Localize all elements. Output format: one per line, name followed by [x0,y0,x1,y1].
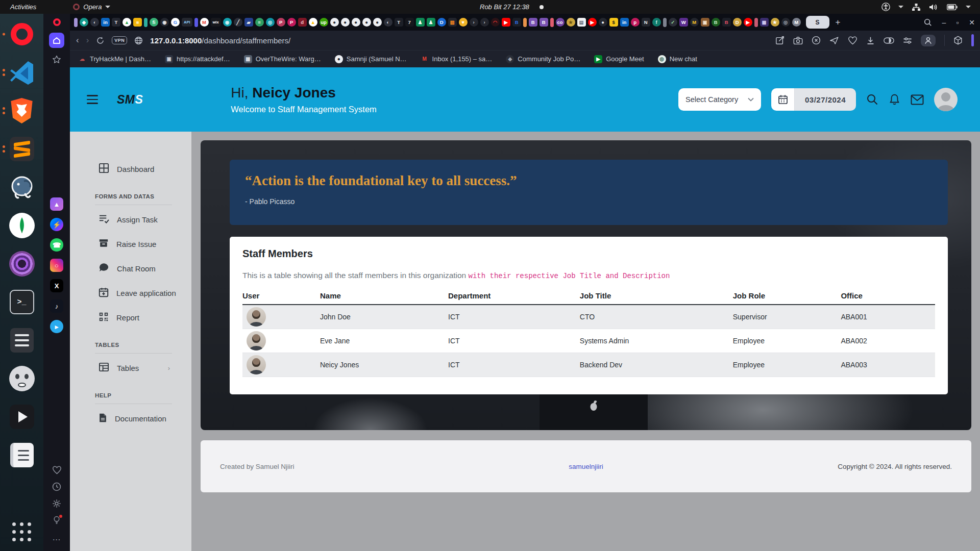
whats-new-button[interactable] [53,516,61,527]
telegram-icon[interactable]: ▸ [50,320,63,333]
sidebar-more-button[interactable]: ⋯ [53,535,61,544]
browser-tab[interactable]: ● [330,18,339,27]
downloads-icon[interactable] [866,36,875,45]
browser-tab[interactable]: API [182,18,192,27]
browser-tab[interactable]: P [277,18,285,27]
browser-tab[interactable]: ✓ [669,18,677,27]
bookmark-item[interactable]: ▶Google Meet [594,55,644,63]
browser-tab[interactable]: ◎ [266,18,275,27]
browser-tab[interactable]: G [171,18,180,27]
browser-tab[interactable]: M [200,18,209,27]
search-button[interactable] [866,93,878,106]
browser-tab[interactable]: up [320,18,328,27]
x-icon[interactable]: X [50,279,63,292]
browser-tab[interactable]: f [652,18,661,27]
browser-tab[interactable]: d [298,18,307,27]
browser-tab[interactable]: ♥ [459,18,468,27]
sidebar-item-documentation[interactable]: Documentation [70,406,191,431]
browser-tab[interactable]: ▰ [244,18,253,27]
system-status-area[interactable] [881,3,975,11]
bookmark-item[interactable]: ◆Community Job Po… [506,55,580,63]
send-to-device-icon[interactable] [829,36,839,45]
tor-icon[interactable] [7,249,37,278]
sidebar-item-tables[interactable]: Tables› [70,356,191,380]
favorites-heart-icon[interactable] [848,36,857,45]
browser-tab[interactable]: ◐ [384,18,393,27]
vpn-badge[interactable]: VPN [112,36,127,44]
browser-tab[interactable]: $ [609,18,618,27]
vscode-icon[interactable] [7,58,37,87]
music-icon[interactable]: ♪ [50,299,63,313]
brave-icon[interactable] [7,96,37,125]
browser-tab[interactable]: D [733,18,742,27]
browser-tab[interactable]: ▥ [448,18,457,27]
appflowy-icon[interactable]: ▲ [50,197,63,211]
postgresql-icon[interactable] [7,173,37,202]
sidebar-item-dashboard[interactable]: Dashboard [70,157,191,181]
player-icon[interactable] [7,403,37,431]
browser-tab[interactable]: B [540,18,548,27]
browser-tab[interactable]: P [287,18,296,27]
maximize-button[interactable]: ▫ [956,18,959,27]
browser-tab[interactable]: ▩ [760,18,769,27]
browser-tab[interactable]: ■ [133,18,142,27]
browser-tab[interactable]: ▤ [577,18,586,27]
browser-tab[interactable]: D [437,18,446,27]
sidebar-item-chat-room[interactable]: Chat Room [70,256,191,281]
browser-tab[interactable]: N [642,18,650,27]
browser-tab[interactable]: ● [362,18,371,27]
browser-tab[interactable]: ≡ [255,18,264,27]
footer-link[interactable]: samuelnjiiri [569,463,603,470]
gimp-icon[interactable] [7,364,37,393]
heart-icon[interactable] [52,466,62,474]
browser-tab[interactable]: T [395,18,403,27]
browser-tab[interactable]: ● [341,18,350,27]
hamburger-menu-icon[interactable] [87,95,98,104]
browser-tab[interactable]: ● [599,18,607,27]
gear-icon[interactable] [52,499,61,508]
easy-setup-sliders-icon[interactable] [903,37,912,44]
browser-tab[interactable]: B [722,18,731,27]
notifications-button[interactable] [889,93,900,106]
opera-appmenu[interactable]: Opera [73,3,110,11]
tab-group-bar[interactable] [754,18,758,27]
browser-tab[interactable]: ◠ [491,18,500,27]
browser-tab[interactable]: M [690,18,699,27]
browser-tab[interactable]: ◉ [160,18,169,27]
browser-tab[interactable]: ◉ [223,18,232,27]
tab-group-bar[interactable] [523,18,527,27]
clock[interactable]: Rob Bit 27 12:38 [480,3,544,11]
workspace-home-button[interactable] [49,33,64,48]
browser-tab[interactable]: 7 [405,18,414,27]
profile-button[interactable] [921,35,936,46]
bookmark-item[interactable]: ▦OverTheWire: Warg… [244,55,321,63]
panel-accent-bar[interactable] [971,34,974,46]
browser-tab[interactable]: › [480,18,489,27]
browser-tab[interactable]: co [556,18,565,27]
sidebar-item-leave-application[interactable]: Leave application [70,281,191,305]
browser-tab[interactable]: ♟ [427,18,435,27]
browser-tab[interactable]: B [529,18,537,27]
browser-tab[interactable]: ▲ [309,18,317,27]
active-tab[interactable]: S [806,16,829,29]
avatar[interactable] [934,88,958,111]
app-grid-icon[interactable] [7,517,37,546]
browser-tab[interactable]: M [792,18,801,27]
browser-tab[interactable]: p [631,18,640,27]
bookmark-item[interactable]: ●Samnji (Samuel N… [335,55,407,63]
opera-logo-icon[interactable] [53,18,61,26]
bookmark-item[interactable]: ☁TryHackMe | Dash… [78,55,151,63]
opera-icon[interactable] [7,20,37,48]
whatsapp-icon[interactable]: ☎ [50,238,63,252]
shield-off-icon[interactable] [812,36,821,45]
activities-button[interactable]: Activities [5,3,41,11]
adblock-toggle-icon[interactable] [884,37,894,44]
sidebar-item-report[interactable]: Report [70,305,191,330]
browser-tab[interactable]: ★ [771,18,779,27]
bookmark-item[interactable]: ◎New chat [658,55,697,63]
extensions-cube-icon[interactable] [953,36,963,45]
instagram-icon[interactable]: ○ [50,259,63,272]
terminal-icon[interactable]: >_ [7,288,37,316]
browser-tab[interactable]: fi [150,18,158,27]
messages-button[interactable] [911,94,924,105]
